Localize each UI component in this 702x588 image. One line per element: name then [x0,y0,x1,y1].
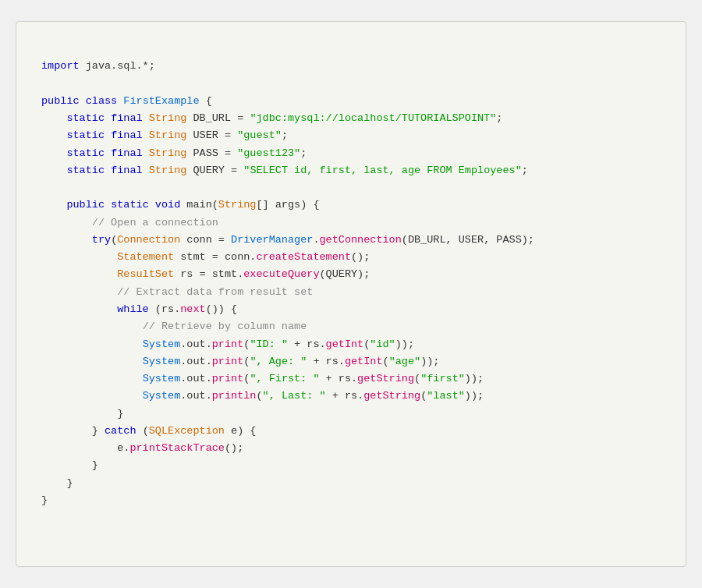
line-16: // Retrieve by column name [41,321,307,332]
line-1: import java.sql.*; [41,60,155,72]
line-12: Statement stmt = conn.createStatement(); [41,251,370,263]
line-20: System.out.println(", Last: " + rs.getSt… [41,390,484,402]
line-17: System.out.print("ID: " + rs.getInt("id"… [41,338,414,350]
line-5: static final String USER = "guest"; [41,129,288,141]
line-7: static final String QUERY = "SELECT id, … [41,165,528,176]
line-22: } catch (SQLException e) { [41,425,256,437]
line-11: try(Connection conn = DriverManager.getC… [41,234,534,246]
line-24: } [41,459,98,471]
line-21: } [41,408,123,420]
line-4: static final String DB_URL = "jdbc:mysql… [41,112,502,124]
code-editor: import java.sql.*; public class FirstExa… [16,21,686,567]
line-6: static final String PASS = "guest123"; [41,147,307,159]
line-14: // Extract data from result set [41,286,313,298]
line-23: e.printStackTrace(); [41,442,243,454]
line-19: System.out.print(", First: " + rs.getStr… [41,373,484,384]
line-10: // Open a connection [41,217,218,228]
line-13: ResultSet rs = stmt.executeQuery(QUERY); [41,268,370,280]
line-18: System.out.print(", Age: " + rs.getInt("… [41,356,439,367]
line-9: public static void main(String[] args) { [41,199,319,211]
line-15: while (rs.next()) { [41,303,237,315]
line-3: public class FirstExample { [41,95,212,107]
line-26: } [41,494,48,506]
code-content: import java.sql.*; public class FirstExa… [41,41,661,526]
line-25: } [41,477,73,489]
